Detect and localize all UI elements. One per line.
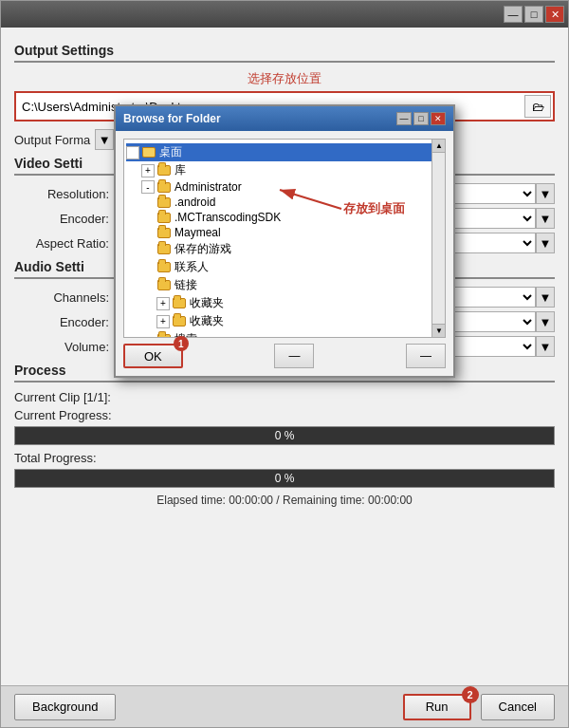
tree-label-savedgames: 保存的游戏 (174, 241, 231, 257)
run-button[interactable]: Run (403, 694, 471, 720)
tree-item-savedgames[interactable]: 保存的游戏 (126, 240, 443, 258)
folder-icon-fav2 (172, 315, 187, 328)
dialog-titlebar: Browse for Folder — □ ✕ (116, 106, 453, 131)
scroll-down-arrow[interactable]: ▼ (432, 324, 446, 337)
tree-item-desktop[interactable]: - 桌面 (126, 143, 443, 161)
expand-admin[interactable]: - (141, 180, 155, 194)
encoder-label: Encoder: (14, 212, 109, 226)
dialog-restore-button[interactable]: □ (413, 112, 429, 125)
folder-icon-desktop (141, 146, 156, 159)
resolution-dropdown[interactable]: ▼ (536, 183, 555, 204)
current-progress-value: 0 % (275, 429, 295, 442)
ok-badge: 1 (174, 336, 189, 351)
tree-item-android[interactable]: .android (126, 195, 443, 210)
folder-icon-mc (156, 211, 172, 224)
format-dropdown-arrow[interactable]: ▼ (95, 129, 114, 150)
tree-label-contacts: 联系人 (174, 259, 209, 275)
aspect-dropdown[interactable]: ▼ (536, 233, 555, 253)
hint-text: 选择存放位置 (14, 70, 555, 87)
tree-label-mc: .MCTranscodingSDK (174, 211, 281, 224)
audio-encoder-dropdown[interactable]: ▼ (536, 311, 555, 332)
tree-label-admin: Administrator (174, 180, 242, 194)
tree-item-contacts[interactable]: 联系人 (126, 258, 443, 276)
tree-label-links: 链接 (174, 277, 197, 293)
output-settings-header: Output Settings (14, 43, 555, 63)
expand-fav2[interactable]: + (156, 315, 170, 328)
tree-label-android: .android (174, 196, 215, 209)
expand-fav1[interactable]: + (156, 297, 170, 310)
dialog-minimize-button[interactable]: — (396, 112, 412, 125)
current-clip-label: Current Clip [1/1]: (14, 390, 138, 404)
restore-button[interactable]: □ (524, 6, 543, 23)
audio-encoder-label: Encoder: (14, 315, 109, 329)
encoder-dropdown[interactable]: ▼ (536, 208, 555, 229)
tree-item-favorites1[interactable]: + 收藏夹 (126, 294, 443, 312)
tree-item-admin[interactable]: - Administrator (126, 179, 443, 195)
total-progress-bar: 0 % (14, 469, 555, 488)
minimize-button[interactable]: — (504, 6, 523, 23)
browse-folder-dialog: Browse for Folder — □ ✕ - 桌面 + 库 (114, 104, 455, 378)
total-progress-value: 0 % (275, 472, 295, 485)
channels-dropdown[interactable]: ▼ (536, 287, 555, 308)
total-progress-label: Total Progress: (14, 451, 138, 465)
run-button-wrapper: Run 2 (403, 694, 471, 720)
dialog-content: - 桌面 + 库 - Administrator (116, 131, 453, 376)
bottom-bar: Background Run 2 Cancel (1, 685, 568, 727)
tree-scrollbar[interactable]: ▲ ▼ (431, 140, 445, 337)
tree-item-search[interactable]: 搜索 (126, 330, 443, 338)
folder-icon-fav1 (172, 297, 187, 310)
volume-label: Volume: (14, 340, 109, 354)
folder-icon-search (156, 333, 172, 339)
folder-icon-admin (156, 180, 172, 194)
dialog-bottom-row: OK 1 — — (123, 344, 446, 368)
folder-tree[interactable]: - 桌面 + 库 - Administrator (123, 139, 446, 338)
scroll-up-arrow[interactable]: ▲ (432, 140, 446, 153)
folder-icon-maymeal (156, 226, 172, 239)
tree-label-library: 库 (174, 162, 186, 178)
current-clip-row: Current Clip [1/1]: (14, 390, 555, 404)
expand-desktop[interactable]: - (126, 146, 139, 159)
browse-folder-button[interactable]: 🗁 (524, 95, 551, 118)
process-section: Process Current Clip [1/1]: Current Prog… (14, 363, 555, 507)
tree-label-desktop: 桌面 (159, 144, 182, 160)
tree-label-fav2: 收藏夹 (190, 313, 224, 329)
tree-label-maymeal: Maymeal (174, 226, 221, 239)
volume-dropdown[interactable]: ▼ (536, 336, 555, 357)
tree-item-library[interactable]: + 库 (126, 161, 443, 179)
resolution-label: Resolution: (14, 187, 109, 201)
tree-item-favorites2[interactable]: + 收藏夹 (126, 312, 443, 330)
channels-label: Channels: (14, 290, 109, 305)
background-button[interactable]: Background (14, 694, 116, 720)
tree-inner: - 桌面 + 库 - Administrator (124, 140, 445, 338)
folder-icon-android (156, 196, 172, 209)
tree-item-links[interactable]: 链接 (126, 276, 443, 294)
aspect-label: Aspect Ratio: (14, 236, 109, 251)
folder-icon-savedgames (156, 243, 172, 256)
run-badge: 2 (462, 686, 479, 703)
dialog-title-buttons: — □ ✕ (396, 112, 446, 125)
dialog-minus1-button[interactable]: — (274, 344, 314, 368)
cancel-button[interactable]: Cancel (481, 694, 555, 720)
expand-library[interactable]: + (141, 164, 155, 177)
title-bar: — □ ✕ (1, 1, 568, 28)
format-label: Output Forma (14, 133, 90, 147)
ok-button-wrapper: OK 1 (123, 344, 183, 368)
folder-icon-contacts (156, 261, 172, 274)
remaining-label: Remaining time: 00:00:00 (283, 494, 413, 507)
folder-icon-links (156, 279, 172, 292)
elapsed-label: Elapsed time: 00:00:00 (156, 494, 273, 507)
current-progress-label: Current Progress: (14, 408, 138, 422)
tree-item-mctranscoding[interactable]: .MCTranscodingSDK (126, 210, 443, 225)
folder-icon: 🗁 (532, 100, 544, 114)
current-progress-row: Current Progress: (14, 408, 555, 422)
tree-item-maymeal[interactable]: Maymeal (126, 225, 443, 240)
dialog-minus2-button[interactable]: — (406, 344, 446, 368)
dialog-close-button[interactable]: ✕ (431, 112, 446, 125)
total-progress-row: Total Progress: (14, 451, 555, 465)
dialog-title: Browse for Folder (123, 112, 221, 125)
time-separator: / (276, 494, 283, 507)
folder-icon-library (156, 164, 172, 177)
current-progress-bar: 0 % (14, 426, 555, 445)
elapsed-row: Elapsed time: 00:00:00 / Remaining time:… (14, 494, 555, 507)
close-button[interactable]: ✕ (545, 6, 564, 23)
